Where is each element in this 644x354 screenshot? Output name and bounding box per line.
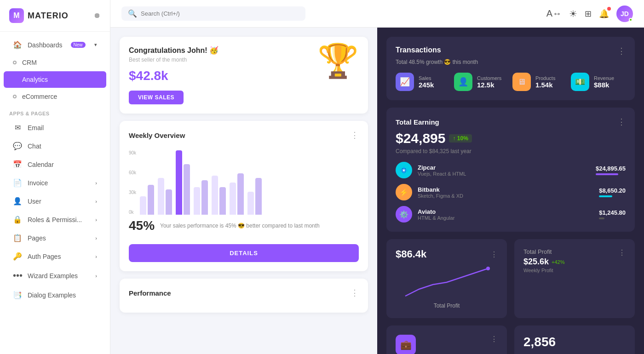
trans-label: Customers xyxy=(477,75,501,81)
total-profit-card: $86.4k ⋮ Total Profit xyxy=(386,239,507,318)
avatar[interactable]: JD xyxy=(616,6,633,22)
nav-badge-new: New xyxy=(71,42,86,48)
bar-light xyxy=(194,187,200,215)
chevron-right-icon: › xyxy=(95,180,97,186)
earning-item-zipcar: 💠 Zipcar Vuejs, React & HTML $24,895.65 xyxy=(396,162,626,178)
new-project-card: 💼 ⋮ New Project 862 -18% Ye... N TS JS ✦ xyxy=(386,325,507,354)
view-sales-button[interactable]: VIEW SALES xyxy=(129,91,184,104)
perf-menu-icon[interactable]: ⋮ xyxy=(351,288,359,298)
sidebar-item-wizard[interactable]: ••• Wizard Examples › xyxy=(4,266,106,285)
sidebar-item-roles[interactable]: 🔒 Roles & Permissi... › xyxy=(4,211,106,228)
sidebar-item-label: Analytics xyxy=(22,76,48,83)
chevron-right-icon: › xyxy=(95,217,97,223)
earning-badge: ↑ 10% xyxy=(449,134,472,143)
search-icon: 🔍 xyxy=(128,9,137,18)
trans-item-info: Revenue $88k xyxy=(594,75,614,89)
weekly-profit-menu-icon[interactable]: ⋮ xyxy=(618,248,626,257)
bar-light xyxy=(255,178,262,215)
weekly-percentage: 45% xyxy=(129,218,155,233)
bar-light xyxy=(140,196,146,215)
dialog-icon: 📑 xyxy=(13,291,22,299)
sidebar-item-user[interactable]: 👤 User › xyxy=(4,192,106,210)
sidebar-item-dashboards[interactable]: 🏠 Dashboards New ▾ xyxy=(4,36,106,54)
sidebar: M MATERIO ⏺ 🏠 Dashboards New ▾ CRM Analy… xyxy=(0,0,110,354)
dashboard-wrapper: Congratulations John! 🥳 Best seller of t… xyxy=(110,28,644,354)
earning-list: 💠 Zipcar Vuejs, React & HTML $24,895.65 … xyxy=(396,162,626,223)
trans-item-customers: 👤 Customers 12.5k xyxy=(454,73,509,91)
zipcar-info: Zipcar Vuejs, React & HTML xyxy=(418,164,466,177)
sidebar-item-email[interactable]: ✉ Email xyxy=(4,119,106,137)
bitbank-sub: Sketch, Figma & XD xyxy=(418,193,463,199)
zipcar-name: Zipcar xyxy=(418,164,466,171)
nav-dot-ecommerce xyxy=(13,95,17,98)
sidebar-item-analytics[interactable]: Analytics xyxy=(4,71,106,88)
y-label-30k: 30k xyxy=(129,190,136,195)
home-icon: 🏠 xyxy=(13,40,22,49)
grid-icon[interactable]: ⊞ xyxy=(585,9,592,19)
chevron-right-icon: › xyxy=(95,273,97,279)
sidebar-item-label: Auth Pages xyxy=(28,253,61,260)
details-button[interactable]: DETAILS xyxy=(129,244,359,262)
sidebar-collapse-icon[interactable]: ⏺ xyxy=(93,11,101,20)
project-menu-icon[interactable]: ⋮ xyxy=(490,335,498,343)
revenue-icon-box: 💵 xyxy=(571,73,589,91)
weekly-profit-badge: +42% xyxy=(552,259,564,265)
sidebar-item-calendar[interactable]: 📅 Calendar xyxy=(4,155,106,173)
chat-icon: 💬 xyxy=(13,142,22,150)
transactions-menu-icon[interactable]: ⋮ xyxy=(617,46,626,56)
bar-group-5 xyxy=(212,176,226,215)
weekly-card-header: Weekly Overview ⋮ xyxy=(129,130,359,140)
sidebar-logo: M MATERIO ⏺ xyxy=(0,0,110,32)
sidebar-item-label: Dialog Examples xyxy=(28,291,76,299)
bar-group-1 xyxy=(140,185,154,215)
aviato-sub: HTML & Angular xyxy=(418,215,454,221)
sidebar-item-invoice[interactable]: 📄 Invoice › xyxy=(4,174,106,192)
profit-line-chart xyxy=(396,264,498,301)
sidebar-item-ecommerce[interactable]: eCommerce xyxy=(4,88,106,105)
search-input[interactable] xyxy=(141,10,299,17)
user-icon: 👤 xyxy=(13,197,22,206)
total-profit-sublabel: Total Profit xyxy=(523,248,565,255)
earning-item-bitbank: ⚡ Bitbank Sketch, Figma & XD $8,650.20 xyxy=(396,184,626,200)
nav-dot-crm xyxy=(13,61,17,64)
svg-point-0 xyxy=(486,267,490,270)
sidebar-item-chat[interactable]: 💬 Chat xyxy=(4,137,106,155)
sidebar-item-crm[interactable]: CRM xyxy=(4,54,106,71)
sidebar-item-dialog[interactable]: 📑 Dialog Examples xyxy=(4,286,106,304)
bar-light xyxy=(158,178,164,215)
sidebar-item-pages[interactable]: 📋 Pages › xyxy=(4,229,106,247)
translate-icon[interactable]: A↔ xyxy=(546,8,562,19)
sidebar-item-label: Calendar xyxy=(28,161,54,168)
trans-label: Products xyxy=(535,75,555,81)
sidebar-nav: 🏠 Dashboards New ▾ CRM Analytics eCommer… xyxy=(0,32,110,354)
trans-item-revenue: 💵 Revenue $88k xyxy=(571,73,626,91)
earning-item-aviato: ⚙️ Aviato HTML & Angular $1,245.80 xyxy=(396,206,626,223)
aviato-logo: ⚙️ xyxy=(396,206,412,223)
search-box[interactable]: 🔍 xyxy=(121,6,305,21)
stat-value: 2,856 xyxy=(523,335,556,349)
bitbank-amount: $8,650.20 xyxy=(599,187,626,197)
stat-2856-card: 2,856 xyxy=(514,325,635,354)
bar-light xyxy=(219,187,226,215)
bar-group-3 xyxy=(176,150,190,215)
profit-big-amount: $86.4k xyxy=(396,248,426,260)
total-earning-card: Total Earning ⋮ $24,895 ↑ 10% Compared t… xyxy=(386,108,635,232)
bar-group-6 xyxy=(230,173,244,215)
sidebar-item-label: Roles & Permissi... xyxy=(28,216,82,223)
sidebar-item-auth[interactable]: 🔑 Auth Pages › xyxy=(4,247,106,265)
y-label-90k: 90k xyxy=(129,150,136,155)
customers-icon-box: 👤 xyxy=(454,73,472,91)
weekly-menu-icon[interactable]: ⋮ xyxy=(351,130,359,140)
sidebar-item-label: Email xyxy=(28,124,44,131)
dashboard-right: Transactions ⋮ Total 48.5% growth 😎 this… xyxy=(377,28,644,354)
theme-icon[interactable]: ☀ xyxy=(569,8,577,19)
earning-menu-icon[interactable]: ⋮ xyxy=(617,117,626,127)
performance-card: Performance ⋮ xyxy=(120,279,368,313)
topbar: 🔍 A↔ ☀ ⊞ 🔔 JD xyxy=(110,0,644,28)
notification-icon[interactable]: 🔔 xyxy=(599,9,609,19)
y-label-60k: 60k xyxy=(129,170,136,175)
trans-item-products: 🖥 Products 1.54k xyxy=(512,73,567,91)
profit-menu-icon[interactable]: ⋮ xyxy=(490,250,498,259)
bar-light xyxy=(212,176,218,215)
aviato-name: Aviato xyxy=(418,208,454,215)
